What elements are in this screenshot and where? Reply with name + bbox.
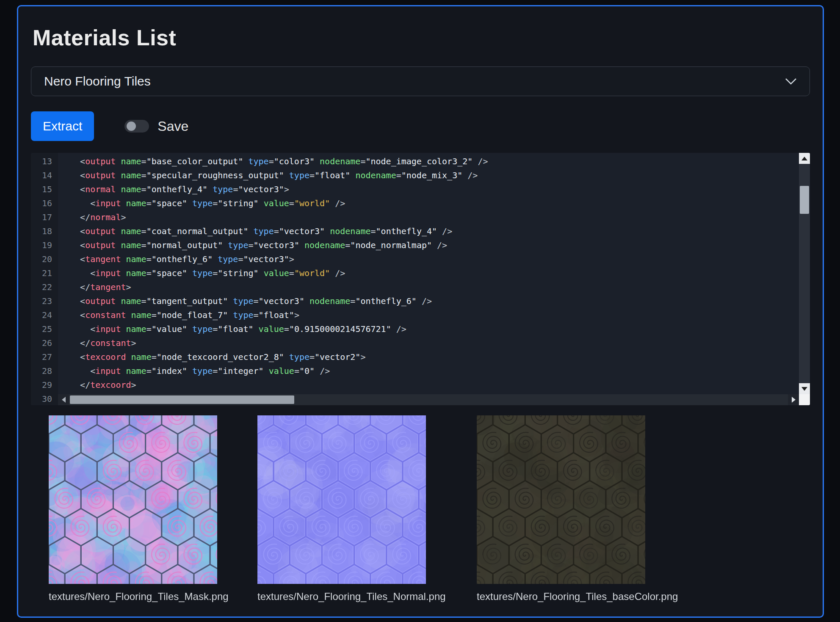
save-toggle[interactable] [124, 120, 149, 133]
vertical-scrollbar[interactable] [799, 153, 810, 394]
save-label: Save [158, 119, 188, 134]
chevron-down-icon [785, 78, 797, 85]
texture-preview-normal: textures/Nero_Flooring_Tiles_Normal.png [257, 415, 426, 603]
texture-caption-basecolor: textures/Nero_Flooring_Tiles_baseColor.p… [477, 591, 645, 603]
materials-panel: Materials List Nero Flooring Tiles Extra… [17, 5, 824, 618]
code-editor: 131415161718192021222324252627282930 <ou… [31, 153, 810, 405]
scroll-up-button[interactable] [799, 153, 810, 164]
material-select[interactable]: Nero Flooring Tiles [31, 66, 810, 96]
horizontal-scroll-track[interactable] [69, 394, 788, 405]
code-content[interactable]: <output name="base_color_output" type="c… [58, 153, 799, 394]
scroll-down-button[interactable] [799, 383, 810, 394]
texture-preview-mask: textures/Nero_Flooring_Tiles_Mask.png [49, 415, 217, 603]
texture-caption-mask: textures/Nero_Flooring_Tiles_Mask.png [49, 591, 217, 603]
horizontal-scrollbar[interactable] [58, 394, 799, 405]
line-numbers: 131415161718192021222324252627282930 [31, 153, 58, 405]
texture-image-mask [49, 415, 217, 584]
extract-button[interactable]: Extract [31, 111, 94, 141]
arrow-left-icon [62, 397, 66, 403]
textures-row: textures/Nero_Flooring_Tiles_Mask.png te… [31, 415, 810, 603]
page-title: Materials List [33, 25, 810, 50]
texture-caption-normal: textures/Nero_Flooring_Tiles_Normal.png [257, 591, 426, 603]
horizontal-scroll-thumb[interactable] [70, 395, 294, 404]
texture-image-normal [257, 415, 426, 584]
scroll-left-button[interactable] [58, 394, 69, 405]
texture-image-basecolor [477, 415, 645, 584]
scroll-right-button[interactable] [788, 394, 799, 405]
arrow-down-icon [801, 387, 807, 391]
toolbar: Extract Save [31, 111, 810, 141]
arrow-right-icon [792, 397, 796, 403]
arrow-up-icon [801, 157, 807, 160]
texture-preview-basecolor: textures/Nero_Flooring_Tiles_baseColor.p… [477, 415, 645, 603]
save-toggle-knob [127, 122, 136, 131]
material-select-value: Nero Flooring Tiles [44, 74, 151, 88]
vertical-scroll-thumb[interactable] [800, 186, 809, 214]
vertical-scroll-track[interactable] [799, 164, 810, 383]
scrollbar-corner [799, 394, 810, 405]
